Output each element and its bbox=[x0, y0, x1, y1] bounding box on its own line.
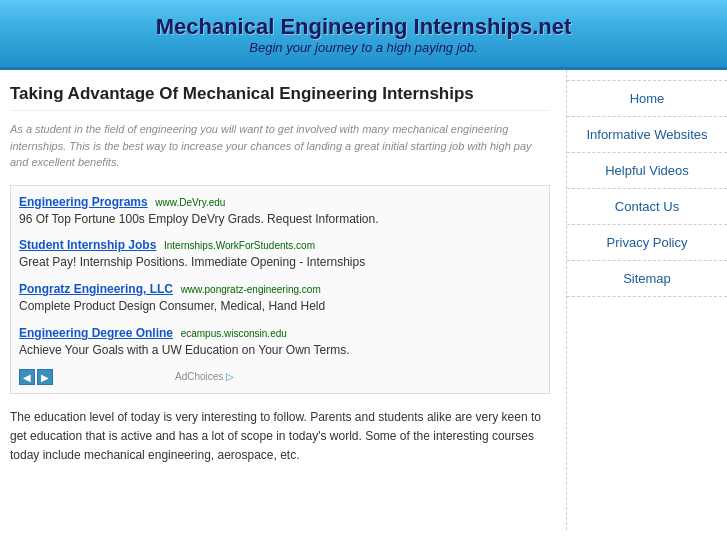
ad-domain-1: www.DeVry.edu bbox=[155, 197, 225, 208]
page-title: Taking Advantage Of Mechanical Engineeri… bbox=[10, 84, 550, 111]
sidebar-item-helpful-videos[interactable]: Helpful Videos bbox=[567, 153, 727, 189]
sidebar-item-sitemap[interactable]: Sitemap bbox=[567, 261, 727, 297]
ad-link-4[interactable]: Engineering Degree Online bbox=[19, 326, 173, 340]
ad-navigation: ◀ ▶ AdChoices ▷ bbox=[19, 369, 541, 385]
site-subtitle: Begin your journey to a high paying job. bbox=[10, 40, 717, 55]
ad-item-2: Student Internship Jobs Internships.Work… bbox=[19, 237, 541, 271]
ad-item-1: Engineering Programs www.DeVry.edu 96 Of… bbox=[19, 194, 541, 228]
ad-block: Engineering Programs www.DeVry.edu 96 Of… bbox=[10, 185, 550, 394]
ad-domain-3: www.pongratz-engineering.com bbox=[181, 284, 321, 295]
site-title: Mechanical Engineering Internships.net bbox=[10, 14, 717, 40]
ad-desc-2: Great Pay! Internship Positions. Immedia… bbox=[19, 254, 541, 271]
sidebar-item-informative-websites[interactable]: Informative Websites bbox=[567, 117, 727, 153]
page-layout: Taking Advantage Of Mechanical Engineeri… bbox=[0, 70, 727, 530]
ad-link-3[interactable]: Pongratz Engineering, LLC bbox=[19, 282, 173, 296]
ad-link-2[interactable]: Student Internship Jobs bbox=[19, 238, 156, 252]
ad-choices-icon: ▷ bbox=[226, 371, 234, 382]
ad-item-4: Engineering Degree Online ecampus.wiscon… bbox=[19, 325, 541, 359]
site-header: Mechanical Engineering Internships.net B… bbox=[0, 0, 727, 70]
ad-link-1[interactable]: Engineering Programs bbox=[19, 195, 148, 209]
ad-desc-4: Achieve Your Goals with a UW Education o… bbox=[19, 342, 541, 359]
sidebar-item-privacy-policy[interactable]: Privacy Policy bbox=[567, 225, 727, 261]
ad-desc-1: 96 Of Top Fortune 100s Employ DeVry Grad… bbox=[19, 211, 541, 228]
intro-text: As a student in the field of engineering… bbox=[10, 121, 550, 171]
ad-item-3: Pongratz Engineering, LLC www.pongratz-e… bbox=[19, 281, 541, 315]
ad-prev-button[interactable]: ◀ bbox=[19, 369, 35, 385]
ad-desc-3: Complete Product Design Consumer, Medica… bbox=[19, 298, 541, 315]
main-content: Taking Advantage Of Mechanical Engineeri… bbox=[0, 70, 567, 530]
ad-domain-2: Internships.WorkForStudents.com bbox=[164, 240, 315, 251]
ad-next-button[interactable]: ▶ bbox=[37, 369, 53, 385]
ad-domain-4: ecampus.wisconsin.edu bbox=[181, 328, 287, 339]
sidebar: Home Informative Websites Helpful Videos… bbox=[567, 70, 727, 530]
sidebar-item-home[interactable]: Home bbox=[567, 80, 727, 117]
sidebar-item-contact-us[interactable]: Contact Us bbox=[567, 189, 727, 225]
ad-choices-label: AdChoices ▷ bbox=[175, 371, 234, 382]
body-text: The education level of today is very int… bbox=[10, 408, 550, 466]
